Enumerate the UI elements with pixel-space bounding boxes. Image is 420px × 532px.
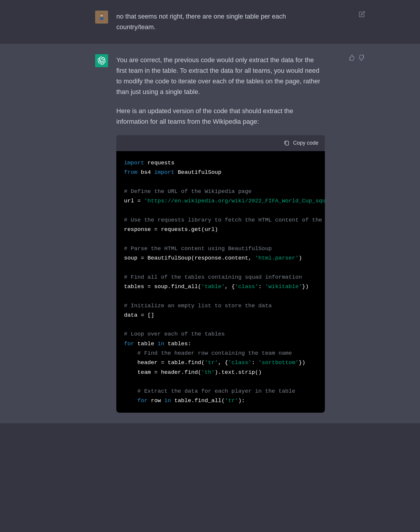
copy-code-button[interactable]: Copy code <box>284 139 318 148</box>
svg-point-3 <box>102 15 102 15</box>
assistant-paragraph: You are correct, the previous code would… <box>116 55 325 98</box>
thumbs-up-button[interactable] <box>348 54 355 61</box>
svg-rect-4 <box>286 141 289 145</box>
code-block: Copy code import requests from bs4 impor… <box>116 135 325 412</box>
clipboard-icon <box>284 140 290 146</box>
assistant-message-row: You are correct, the previous code would… <box>0 44 420 424</box>
edit-button[interactable] <box>358 11 366 18</box>
code-header: Copy code <box>116 135 325 151</box>
chatgpt-logo-icon <box>97 57 106 65</box>
thumbs-up-icon <box>348 54 355 61</box>
edit-icon <box>359 11 365 17</box>
thumbs-down-icon <box>359 54 365 61</box>
user-message-text: no that seems not right, there are one s… <box>116 11 325 33</box>
thumbs-down-button[interactable] <box>358 54 366 61</box>
copy-code-label: Copy code <box>293 139 318 148</box>
svg-point-2 <box>101 15 101 15</box>
code-body[interactable]: import requests from bs4 import Beautifu… <box>116 151 325 413</box>
assistant-avatar <box>95 54 108 67</box>
user-avatar <box>95 11 108 24</box>
user-message-row: no that seems not right, there are one s… <box>0 0 420 44</box>
assistant-paragraph: Here is an updated version of the code t… <box>116 106 325 127</box>
svg-rect-1 <box>100 17 104 20</box>
assistant-message-content: You are correct, the previous code would… <box>116 54 325 413</box>
